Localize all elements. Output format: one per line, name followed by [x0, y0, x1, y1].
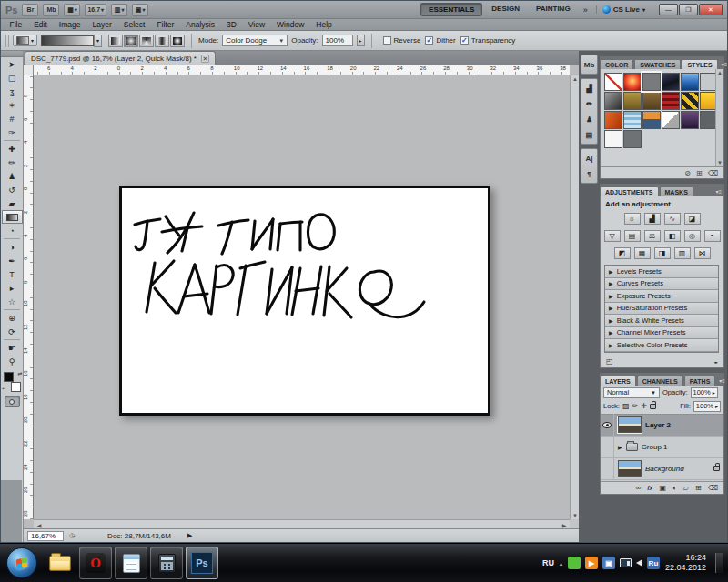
visibility-toggle[interactable] [601, 436, 614, 457]
preset-levels-presets[interactable]: ▶Levels Presets [605, 266, 718, 278]
view-extras-icon[interactable]: ▦▾ [64, 4, 80, 16]
menu-item-image[interactable]: Image [53, 20, 86, 29]
magic-wand-tool[interactable]: ✶ [2, 98, 23, 112]
styles-panel-menu-icon[interactable]: ▾≡ [719, 61, 728, 69]
photoshop-taskbar-icon[interactable]: Ps [186, 547, 218, 579]
foreground-color-swatch[interactable] [4, 372, 14, 382]
style-swatch-16[interactable] [662, 111, 680, 129]
notepad-taskbar-icon[interactable] [115, 547, 147, 579]
link-layers-icon[interactable]: ∞ [635, 484, 641, 492]
visibility-toggle[interactable] [601, 457, 614, 479]
style-swatch-3[interactable] [642, 73, 661, 91]
style-swatch-11[interactable] [681, 92, 699, 110]
move-tool[interactable]: ➤ [2, 57, 23, 71]
visibility-toggle[interactable] [601, 414, 614, 436]
style-swatch-17[interactable] [681, 111, 699, 129]
checkbox-box-dither[interactable]: ✓ [425, 36, 433, 45]
default-colors-icon[interactable]: ▪▫ [3, 386, 6, 391]
checkbox-box-transparency[interactable]: ✓ [460, 36, 469, 45]
lock-position-icon[interactable]: ✛ [641, 402, 647, 410]
new-layer-icon[interactable]: ⊞ [695, 484, 702, 492]
eraser-tool[interactable]: ▰ [2, 196, 23, 210]
zoom-level-dropdown[interactable]: 16,7▾ [85, 4, 106, 16]
scroll-down-icon[interactable]: ▼ [717, 160, 723, 166]
messenger-tray-icon[interactable] [568, 557, 581, 569]
preset-selective-color-presets[interactable]: ▶Selective Color Presets [605, 339, 718, 352]
history-brush-tool[interactable]: ↺ [2, 183, 23, 196]
hue-saturation-icon[interactable]: ▤ [624, 230, 641, 242]
cs-live-button[interactable]: CS Live ▾ [596, 5, 651, 14]
quick-mask-button[interactable] [5, 396, 20, 407]
rectangular-marquee-tool[interactable]: ▢ [2, 71, 23, 85]
color-balance-icon[interactable]: ⚖ [644, 230, 661, 242]
checkbox-reverse[interactable]: Reverse [383, 36, 421, 45]
canvas-image[interactable] [119, 186, 490, 416]
menu-item-view[interactable]: View [242, 20, 270, 29]
minimize-button[interactable]: — [659, 4, 678, 15]
gradient-preview-picker[interactable]: ▾ [41, 35, 102, 47]
style-swatch-7[interactable] [604, 92, 622, 110]
style-swatch-15[interactable] [642, 111, 661, 129]
style-swatch-1[interactable] [604, 73, 622, 91]
new-group-icon[interactable]: ▱ [683, 484, 689, 492]
lasso-tool[interactable]: ʓ [2, 85, 23, 98]
layer-row-group-1[interactable]: ▶Group 1 [601, 436, 723, 458]
path-selection-tool[interactable]: ▸ [2, 281, 23, 295]
menu-item-analysis[interactable]: Analysis [180, 20, 221, 29]
zoom-tool[interactable]: ⚲ [2, 355, 23, 368]
gradient-tool-preset-picker[interactable]: ▾ [13, 35, 37, 46]
adjustments-tab-masks[interactable]: MASKS [660, 186, 693, 196]
checkbox-transparency[interactable]: ✓Transparency [460, 36, 516, 45]
vertical-scrollbar[interactable]: ▲ ▼ [570, 75, 579, 519]
gradient-map-icon[interactable]: ▥ [674, 247, 691, 259]
levels-icon[interactable]: ▟ [644, 213, 661, 225]
threshold-icon[interactable]: ◨ [654, 247, 671, 259]
preset-channel-mixer-presets[interactable]: ▶Channel Mixer Presets [605, 327, 718, 340]
styles-tab-color[interactable]: COLOR [600, 59, 633, 69]
clip-to-layer-icon[interactable]: ◒ [713, 357, 718, 366]
lock-transparency-icon[interactable]: ▨ [622, 402, 630, 410]
style-swatch-13[interactable] [604, 111, 622, 129]
group-expand-icon[interactable]: ▶ [618, 444, 622, 450]
checkbox-box-reverse[interactable] [383, 36, 391, 45]
document-tab[interactable]: DSC_7779.psd @ 16,7% (Layer 2, Quick Mas… [25, 51, 216, 65]
checkbox-dither[interactable]: ✓Dither [425, 36, 455, 45]
preset-exposure-presets[interactable]: ▶Exposure Presets [605, 290, 718, 303]
layers-opacity-field[interactable]: 100%▸ [691, 387, 718, 398]
calculator-taskbar-icon[interactable] [150, 547, 183, 579]
hand-tool[interactable]: ☛ [2, 341, 23, 355]
arrange-documents-icon[interactable]: ▥▾ [111, 4, 127, 16]
menu-item-edit[interactable]: Edit [28, 20, 54, 29]
menu-item-help[interactable]: Help [310, 20, 338, 29]
workspace-design[interactable]: DESIGN [484, 3, 527, 16]
reflected-gradient-button[interactable] [155, 35, 169, 47]
workspace-essentials[interactable]: ESSENTIALS [420, 3, 482, 16]
status-menu-arrow-icon[interactable]: ▶ [187, 532, 192, 539]
new-style-icon[interactable]: ⊞ [696, 169, 703, 177]
add-layer-mask-icon[interactable]: ▣ [659, 484, 666, 492]
style-swatch-5[interactable] [681, 73, 699, 91]
delete-layer-icon[interactable]: ⌫ [708, 484, 718, 492]
lock-pixels-icon[interactable]: ✏ [632, 402, 639, 410]
opacity-slider-arrow[interactable]: ▸ [357, 35, 365, 46]
curves-icon[interactable]: ∿ [664, 213, 681, 225]
channel-mixer-icon[interactable]: ◓ [704, 230, 721, 242]
styles-scrollbar[interactable]: ▲▼ [715, 69, 723, 166]
bridge-icon[interactable]: Br [22, 4, 38, 16]
brush-tool[interactable]: ✏ [2, 156, 23, 169]
mini-bridge-icon[interactable]: Mb [43, 4, 59, 16]
layers-tab-channels[interactable]: CHANNELS [637, 376, 683, 386]
photo-viewer-tray-icon[interactable]: ▣ [602, 557, 615, 569]
pen-tool[interactable]: ✒ [2, 254, 23, 267]
custom-shape-tool[interactable]: ☆ [2, 295, 23, 308]
switch-panel-view-icon[interactable]: ◰ [606, 357, 613, 366]
style-swatch-4[interactable] [662, 73, 680, 91]
clone-source-panel-icon[interactable]: ♟ [581, 112, 597, 126]
layer-comps-panel-icon[interactable]: ▤ [581, 127, 597, 142]
layer-row-background[interactable]: Background [601, 458, 723, 480]
swap-colors-icon[interactable]: ⇄ [17, 370, 22, 376]
network-tray-icon[interactable] [620, 558, 632, 567]
layers-tab-layers[interactable]: LAYERS [600, 376, 636, 386]
close-document-icon[interactable]: ✕ [201, 55, 209, 63]
style-swatch-9[interactable] [642, 92, 661, 110]
